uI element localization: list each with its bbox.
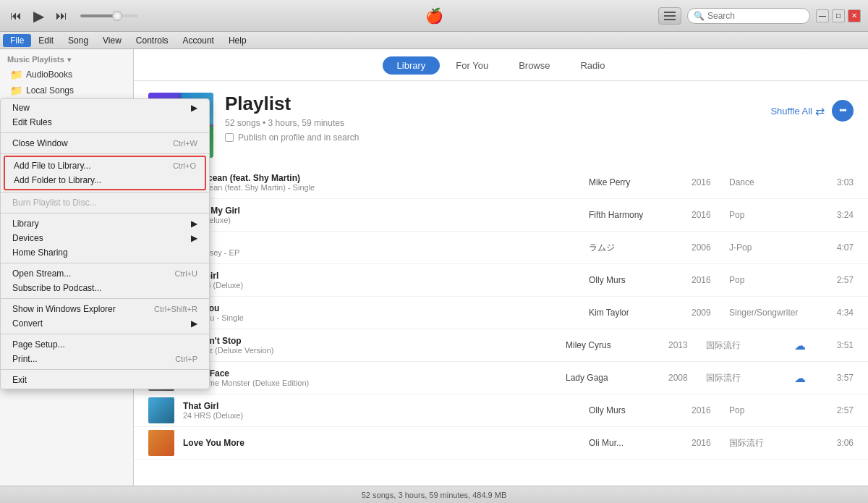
menu-add-folder[interactable]: Add Folder to Library...	[5, 173, 205, 187]
maximize-button[interactable]: □	[832, 9, 845, 22]
tab-library[interactable]: Library	[383, 56, 441, 75]
song-year: 2016	[692, 177, 720, 187]
submenu-arrow: ▶	[191, 103, 197, 113]
menu-home-sharing[interactable]: Home Sharing	[1, 245, 209, 260]
title-bar: ⏮ ▶ ⏭ 🍎 🔍 — □ ✕	[0, 0, 868, 32]
shuffle-all-button[interactable]: Shuffle All ⇄	[770, 104, 825, 118]
menu-new[interactable]: New ▶	[1, 101, 209, 115]
table-row[interactable]: That Girl 24 HRS (Deluxe) Olly Murs 2016…	[134, 264, 868, 297]
tab-radio[interactable]: Radio	[566, 56, 619, 75]
table-row[interactable]: Love You More Oli Mur... 2016 国际流行 3:06	[134, 427, 868, 460]
new-label: New	[12, 103, 30, 113]
dropdown-section-explorer: Show in Windows Explorer Ctrl+Shift+R Co…	[1, 300, 209, 332]
sidebar-item-local-songs[interactable]: 📁 Local Songs	[0, 83, 133, 98]
table-row[interactable]: We Can't Stop Bangerz (Deluxe Version) M…	[134, 329, 868, 362]
song-info: Poker Face The Fame Monster (Deluxe Edit…	[183, 368, 557, 387]
dropdown-section-library: Library ▶ Devices ▶ Home Sharing	[1, 215, 209, 261]
separator	[1, 369, 209, 370]
song-thumbnail	[148, 430, 174, 456]
transport-controls: ⏮ ▶ ⏭	[7, 6, 70, 26]
menu-song[interactable]: Song	[61, 34, 95, 47]
tab-for-you[interactable]: For You	[441, 56, 503, 75]
menu-exit[interactable]: Exit	[1, 373, 209, 387]
song-artist: Olly Murs	[589, 405, 683, 415]
table-row[interactable]: Planet 3 Lambsey - EP ラムジ 2006 J-Pop 4:0…	[134, 232, 868, 264]
song-duration: 2:57	[817, 275, 854, 285]
menu-add-file[interactable]: Add File to Library... Ctrl+O	[5, 158, 205, 173]
song-thumbnail	[148, 397, 174, 423]
menu-convert[interactable]: Convert ▶	[1, 316, 209, 331]
table-row[interactable]: That's My Girl 7/27 (Deluxe) Fifth Harmo…	[134, 199, 868, 232]
sidebar-section-header: Music Playlists ▾	[0, 49, 133, 67]
chevron-down-icon: ▾	[67, 56, 71, 64]
table-row[interactable]: I Am You I Am You - Single Kim Taylor 20…	[134, 297, 868, 329]
menu-button[interactable]	[658, 7, 681, 25]
menu-page-setup[interactable]: Page Setup...	[1, 337, 209, 352]
menu-open-stream[interactable]: Open Stream... Ctrl+U	[1, 266, 209, 281]
table-row[interactable]: Poker Face The Fame Monster (Deluxe Edit…	[134, 362, 868, 394]
song-info: Planet 3 Lambsey - EP	[183, 238, 580, 257]
menu-close-window[interactable]: Close Window Ctrl+W	[1, 136, 209, 151]
rewind-button[interactable]: ⏮	[7, 8, 25, 24]
menu-account[interactable]: Account	[176, 34, 221, 47]
menu-library[interactable]: Library ▶	[1, 216, 209, 231]
more-button[interactable]: •••	[832, 100, 854, 122]
right-controls: 🔍 — □ ✕	[658, 7, 861, 25]
tab-browse[interactable]: Browse	[504, 56, 564, 75]
edit-rules-label: Edit Rules	[12, 117, 52, 127]
menu-edit-rules[interactable]: Edit Rules	[1, 115, 209, 130]
song-title: Planet	[183, 238, 580, 248]
table-row[interactable]: The Ocean (feat. Shy Martin) The Ocean (…	[134, 166, 868, 199]
song-duration: 3:57	[817, 373, 854, 383]
menu-burn[interactable]: Burn Playlist to Disc...	[1, 195, 209, 210]
shuffle-label: Shuffle All	[770, 106, 812, 117]
dropdown-section-print: Page Setup... Print... Ctrl+P	[1, 336, 209, 368]
song-year: 2009	[692, 308, 720, 318]
menu-edit[interactable]: Edit	[31, 34, 61, 47]
submenu-arrow: ▶	[191, 318, 197, 329]
sidebar-item-audiobooks[interactable]: 📁 AudioBooks	[0, 67, 133, 83]
window-controls: — □ ✕	[816, 9, 861, 22]
burn-label: Burn Playlist to Disc...	[12, 198, 97, 208]
search-bar: 🔍	[687, 8, 810, 24]
song-info: That Girl 24 HRS (Deluxe)	[183, 401, 580, 420]
status-text: 52 songs, 3 hours, 59 minutes, 484.9 MB	[362, 491, 507, 499]
song-list: The Ocean (feat. Shy Martin) The Ocean (…	[134, 166, 868, 486]
table-row[interactable]: That Girl 24 HRS (Deluxe) Olly Murs 2016…	[134, 394, 868, 427]
menu-devices[interactable]: Devices ▶	[1, 231, 209, 245]
song-duration: 3:24	[817, 210, 854, 220]
page-setup-label: Page Setup...	[12, 339, 65, 350]
song-title: That Girl	[183, 401, 580, 411]
song-duration: 2:57	[817, 405, 854, 415]
search-input[interactable]	[707, 11, 804, 21]
menu-file[interactable]: File	[3, 34, 31, 47]
song-title: That Girl	[183, 271, 580, 281]
menu-show-in-explorer[interactable]: Show in Windows Explorer Ctrl+Shift+R	[1, 302, 209, 316]
publish-checkbox[interactable]	[225, 133, 234, 142]
menu-subscribe[interactable]: Subscribe to Podcast...	[1, 281, 209, 295]
song-info: I Am You I Am You - Single	[183, 303, 580, 322]
song-album: The Fame Monster (Deluxe Edition)	[183, 379, 557, 387]
forward-button[interactable]: ⏭	[53, 8, 70, 24]
volume-slider[interactable]	[80, 14, 138, 17]
add-folder-label: Add Folder to Library...	[14, 175, 101, 185]
menu-help[interactable]: Help	[221, 34, 254, 47]
song-album: Bangerz (Deluxe Version)	[183, 346, 557, 355]
song-title: Love You More	[183, 438, 580, 448]
menu-controls[interactable]: Controls	[129, 34, 176, 47]
song-genre: Singer/Songwriter	[729, 308, 809, 318]
menu-print[interactable]: Print... Ctrl+P	[1, 352, 209, 366]
close-button[interactable]: ✕	[848, 9, 861, 22]
cloud-download-icon: ☁	[794, 371, 806, 385]
song-title: That's My Girl	[183, 206, 580, 216]
song-genre: 国际流行	[706, 372, 786, 384]
song-artist: Oli Mur...	[589, 438, 683, 448]
devices-label: Devices	[12, 233, 43, 243]
menu-view[interactable]: View	[95, 34, 129, 47]
show-in-explorer-shortcut: Ctrl+Shift+R	[154, 305, 197, 313]
song-album: 3 Lambsey - EP	[183, 248, 580, 257]
minimize-button[interactable]: —	[816, 9, 829, 22]
play-button[interactable]: ▶	[30, 6, 47, 26]
song-genre: J-Pop	[729, 242, 809, 253]
sidebar-item-label: Local Songs	[26, 85, 74, 96]
